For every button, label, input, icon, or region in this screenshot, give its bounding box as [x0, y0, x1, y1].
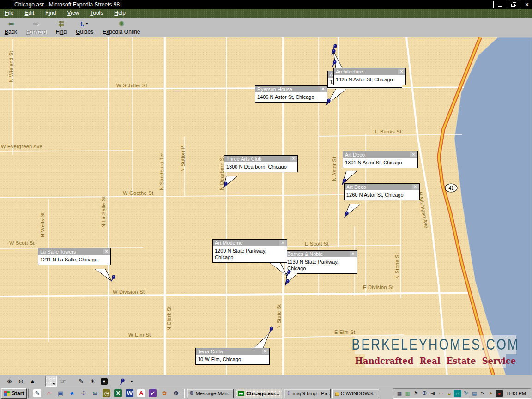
word-icon[interactable]: W	[126, 389, 133, 397]
street-label: W Goethe St	[123, 190, 153, 196]
taskbar-task-c-windows[interactable]: C:\WINDOWS...	[332, 389, 379, 398]
taskbar-task-chicago-asr[interactable]: Chicago.asr...	[236, 389, 282, 398]
chevron-down-icon: ▼	[85, 20, 89, 28]
menu-help[interactable]: Help	[109, 9, 132, 17]
traffic-light-icon[interactable]: ●	[496, 390, 503, 397]
close-icon[interactable]: ×	[103, 249, 110, 254]
street-label: N Sutton Pl	[180, 145, 186, 172]
callout[interactable]: Barnes & Noble×1130 N State Parkway, Chi…	[285, 250, 357, 274]
excel-icon[interactable]: X	[114, 389, 122, 397]
shield-icon[interactable]: ✠	[421, 390, 428, 397]
mouse-spark-icon[interactable]: ↖	[479, 390, 486, 397]
menu-view[interactable]: View	[62, 9, 85, 17]
scanner-icon[interactable]: ▭	[437, 390, 445, 397]
close-icon[interactable]: ×	[262, 349, 269, 354]
flag-icon[interactable]: ⚑	[412, 390, 420, 397]
select-rect-icon	[48, 379, 54, 384]
close-icon[interactable]: ×	[398, 69, 405, 74]
select-region-tool[interactable]	[45, 376, 57, 387]
desktop-icon[interactable]: ▣	[56, 389, 64, 397]
divider	[28, 389, 30, 398]
map-pushpin[interactable]	[121, 378, 124, 384]
guides-button[interactable]: i.▼Guides	[71, 18, 98, 36]
mail-icon[interactable]: ✉	[91, 389, 99, 397]
task-buttons: ❂Message Man...Chicago.asr...✣map9.bmp -…	[186, 389, 380, 398]
pushpin-tool[interactable]	[117, 376, 127, 386]
close-icon[interactable]: ×	[279, 240, 286, 246]
taskbar-task-map9-bmp-pa[interactable]: ✣map9.bmp - Pa...	[284, 389, 331, 398]
clock-icon[interactable]: ◷	[103, 389, 110, 397]
map-canvas[interactable]: 41 N Wieland StW Schiller StW Evergreen …	[0, 37, 532, 375]
menu-find[interactable]: Find	[41, 9, 62, 17]
callout-address: 10 W Elm, Chicago	[196, 355, 269, 364]
callout[interactable]: Ryerson House×1406 N Astor St, Chicago	[255, 85, 327, 103]
pointer-icon[interactable]: ➤	[487, 390, 495, 397]
start-button[interactable]: Start	[1, 388, 27, 399]
zoom-out-tool[interactable]: ⊖	[16, 376, 26, 386]
close-button[interactable]: ×	[522, 1, 532, 8]
sun-tool[interactable]: ☀	[87, 376, 98, 386]
home-icon[interactable]: ⌂	[45, 389, 53, 397]
chart-icon[interactable]: ▥	[404, 390, 411, 397]
svg-text:41: 41	[448, 186, 454, 191]
street-label: W Scott St	[9, 240, 35, 246]
back-button[interactable]: ⇦Back	[0, 18, 22, 36]
forward-arrow-icon: ⇨	[33, 20, 39, 28]
divider	[12, 1, 12, 8]
schedule-icon[interactable]: ▦	[396, 390, 403, 397]
volume-icon[interactable]: ◀	[429, 390, 436, 397]
callout-title: Terra Cotta	[196, 348, 269, 355]
more-tools-arrow[interactable]: ▲	[128, 376, 135, 386]
close-icon[interactable]: ×	[290, 156, 297, 162]
home-agent-icon[interactable]: ⌂	[454, 390, 461, 397]
close-icon[interactable]: ×	[350, 251, 357, 257]
messenger-icon[interactable]: ❂	[172, 389, 180, 397]
forward-button: ⇨Forward	[22, 18, 51, 36]
callout[interactable]: Architecture×1425 N Astor St, Chicago	[333, 68, 406, 85]
street-label: N State St	[276, 304, 282, 329]
watermark-tagline: Handcrafted Real Estate Service	[355, 356, 516, 366]
callout[interactable]: La Salle Towers×1211 N La Salle, Chicago	[38, 248, 111, 265]
pan-hand-tool[interactable]: ☞	[58, 376, 68, 386]
acrobat-icon[interactable]: A	[137, 389, 145, 397]
menu-bar: FileEditFindViewToolsHelp	[0, 9, 532, 18]
notes-icon[interactable]: ✎	[33, 389, 41, 397]
callout-title: Art Deco	[345, 184, 419, 190]
menu-edit[interactable]: Edit	[20, 9, 41, 17]
highlight-star-tool[interactable]: ★	[99, 376, 109, 386]
find-button[interactable]: Find	[51, 18, 71, 36]
task-label: map9.bmp - Pa...	[293, 391, 331, 396]
expedia-online-button[interactable]: ✺Expedia Online	[98, 18, 145, 36]
callout[interactable]: Terra Cotta×10 W Elm, Chicago	[195, 348, 270, 365]
taskbar-task-message-man[interactable]: ❂Message Man...	[187, 389, 234, 398]
zoom-in-tool[interactable]: ⊕	[4, 376, 15, 386]
draw-tool[interactable]: ✎	[76, 376, 86, 386]
minimize-button[interactable]	[495, 1, 505, 8]
modem-icon[interactable]: ▤	[471, 390, 478, 397]
callout[interactable]: Art Moderne×1209 N State Parkway, Chicag…	[212, 239, 287, 263]
callout[interactable]: Art Deco×1301 N Astor St, Chicago	[343, 151, 418, 168]
key-icon[interactable]: ¤	[446, 390, 453, 397]
divider	[507, 1, 507, 8]
toolbar-button-label: Guides	[76, 29, 93, 35]
expedia-streets-window: Chicago.asr - Microsoft Expedia Streets …	[0, 0, 532, 399]
tray-icons: ▦▥⚑✠◀▭¤⌂↻▤↖➤●	[395, 390, 503, 397]
callout[interactable]: Three Arts Club×1300 N Dearborn, Chicago	[224, 155, 298, 172]
ie-icon[interactable]: e	[68, 389, 76, 397]
brushes-icon[interactable]: ✣	[79, 389, 87, 397]
street-label: N Sandburg Ter	[159, 153, 164, 190]
restore-button[interactable]	[508, 1, 519, 8]
quickview-icon[interactable]: ✔	[149, 389, 157, 397]
close-icon[interactable]: ×	[320, 86, 326, 92]
tray-clock[interactable]: 8:43 PM	[503, 391, 529, 396]
guides-info-icon: i.	[80, 20, 84, 28]
sync-icon[interactable]: ↻	[462, 390, 470, 397]
menu-tools[interactable]: Tools	[85, 9, 109, 17]
close-icon[interactable]: ×	[412, 184, 419, 190]
zoom-altitude-tool[interactable]: ▲	[27, 376, 38, 386]
street-label: N La Salle St	[101, 196, 106, 228]
close-icon[interactable]: ×	[410, 152, 417, 157]
palette-icon[interactable]: ✿	[160, 389, 168, 397]
menu-file[interactable]: File	[0, 9, 20, 17]
callout[interactable]: Art Deco×1260 N Astor St, Chicago	[344, 183, 420, 200]
